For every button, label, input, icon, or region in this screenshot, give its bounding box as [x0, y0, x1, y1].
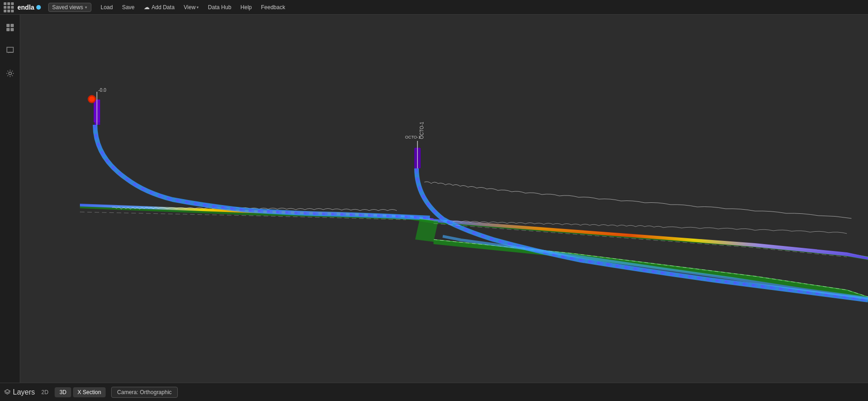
tab-xsection[interactable]: X Section — [73, 387, 106, 397]
scene-visualization: -0.0 OCTO-1 OCTO-1 — [20, 15, 868, 383]
svg-text:-0.0: -0.0 — [98, 88, 107, 93]
3d-scene[interactable]: -0.0 OCTO-1 OCTO-1 — [20, 15, 868, 383]
settings-sidebar-button[interactable] — [3, 66, 17, 81]
svg-rect-0 — [6, 24, 10, 27]
layers-button[interactable]: Layers — [4, 388, 35, 396]
view-menu-item[interactable]: View ▾ — [180, 2, 203, 12]
bottombar: Layers 2D 3D X Section Camera: Orthograp… — [0, 383, 868, 401]
grid-sidebar-button[interactable] — [3, 20, 17, 35]
chevron-down-icon: ▾ — [197, 5, 199, 10]
tab-2d[interactable]: 2D — [37, 387, 53, 397]
brand-name: endla — [17, 4, 34, 11]
data-hub-menu-item[interactable]: Data Hub — [204, 2, 235, 12]
left-sidebar — [0, 15, 20, 383]
help-menu-item[interactable]: Help — [237, 2, 256, 12]
main-viewport[interactable]: -0.0 OCTO-1 OCTO-1 — [20, 15, 868, 383]
svg-rect-5 — [20, 15, 868, 383]
svg-rect-3 — [11, 28, 14, 31]
topbar: endla Saved views ▾ Load Save ☁ Add Data… — [0, 0, 868, 15]
load-menu-item[interactable]: Load — [97, 2, 117, 12]
save-menu-item[interactable]: Save — [118, 2, 138, 12]
svg-point-4 — [9, 72, 11, 75]
saved-views-button[interactable]: Saved views ▾ — [48, 3, 91, 12]
cloud-icon: ☁ — [144, 4, 150, 11]
svg-text:OCTO-1: OCTO-1 — [405, 135, 421, 139]
chat-sidebar-button[interactable] — [3, 43, 17, 58]
app-grid-icon[interactable] — [4, 2, 14, 12]
add-data-button[interactable]: ☁ Add Data — [140, 2, 178, 12]
brand-logo: endla — [17, 4, 41, 11]
layers-label: Layers — [13, 388, 35, 396]
layers-icon — [4, 389, 11, 396]
chevron-down-icon: ▾ — [85, 5, 87, 10]
svg-rect-2 — [6, 28, 10, 31]
feedback-menu-item[interactable]: Feedback — [257, 2, 289, 12]
tab-3d[interactable]: 3D — [55, 387, 71, 397]
svg-point-10 — [89, 96, 95, 102]
camera-info: Camera: Orthographic — [111, 387, 178, 398]
svg-rect-1 — [11, 24, 14, 27]
brand-dot — [36, 5, 41, 10]
